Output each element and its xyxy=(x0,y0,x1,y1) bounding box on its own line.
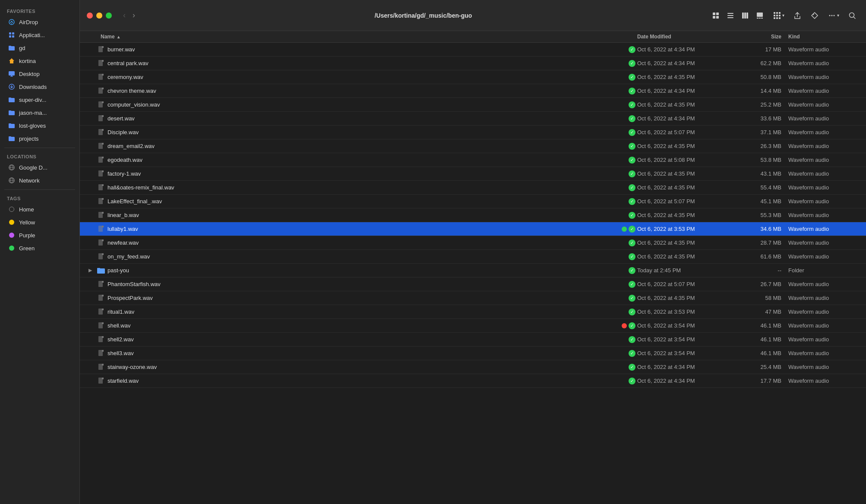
sidebar-item-applications[interactable]: Applicati... xyxy=(3,29,77,41)
file-kind: Waveform audio xyxy=(788,198,866,205)
file-list-header: Name ▲ Date Modified Size Kind xyxy=(80,31,866,43)
table-row[interactable]: LakeEffect_final_.wav✓Oct 6, 2022 at 5:0… xyxy=(80,195,866,208)
svg-rect-24 xyxy=(713,13,715,15)
applications-icon xyxy=(8,31,16,39)
sidebar-item-desktop[interactable]: Desktop xyxy=(3,68,77,80)
sync-check-icon: ✓ xyxy=(629,184,635,191)
table-row[interactable]: Disciple.wav✓Oct 6, 2022 at 5:07 PM37.1 … xyxy=(80,126,866,139)
table-row[interactable]: on_my_feed.wav✓Oct 6, 2022 at 4:35 PM61.… xyxy=(80,250,866,264)
view-columns-button[interactable] xyxy=(738,9,752,22)
wav-file-icon xyxy=(97,211,105,219)
tag-yellow-icon xyxy=(8,218,16,226)
projects-icon xyxy=(8,135,16,142)
table-row[interactable]: starfield.wav✓Oct 6, 2022 at 4:34 PM17.7… xyxy=(80,374,866,388)
sidebar-item-tag-green[interactable]: Green xyxy=(3,242,77,254)
sidebar-item-projects[interactable]: projects xyxy=(3,132,77,145)
sidebar-item-tag-yellow[interactable]: Yellow xyxy=(3,216,77,228)
file-kind: Waveform audio xyxy=(788,364,866,370)
svg-rect-17 xyxy=(9,123,11,125)
table-row[interactable]: lullaby1.wav✓Oct 6, 2022 at 3:53 PM34.6 … xyxy=(80,222,866,236)
expand-arrow[interactable]: ▶ xyxy=(88,268,95,273)
view-gallery-button[interactable] xyxy=(753,9,767,22)
table-row[interactable]: shell.wav✓Oct 6, 2022 at 3:54 PM46.1 MBW… xyxy=(80,319,866,333)
apps-button[interactable]: ▾ xyxy=(770,9,787,22)
sidebar-item-tag-home[interactable]: Home xyxy=(3,203,77,215)
main-area: ‹ › /Users/kortina/gd/_music/ben-guo xyxy=(80,0,866,504)
sidebar-item-downloads[interactable]: Downloads xyxy=(3,81,77,93)
table-row[interactable]: shell3.wav✓Oct 6, 2022 at 3:54 PM46.1 MB… xyxy=(80,346,866,360)
table-row[interactable]: linear_b.wav✓Oct 6, 2022 at 4:35 PM55.3 … xyxy=(80,208,866,222)
sidebar-divider-2 xyxy=(4,189,75,190)
svg-rect-56 xyxy=(102,60,104,62)
status-indicators: ✓ xyxy=(611,74,637,81)
col-size-header[interactable]: Size xyxy=(736,34,788,40)
more-button[interactable]: ▾ xyxy=(825,9,842,22)
sidebar-item-lost-gloves[interactable]: lost-gloves xyxy=(3,120,77,132)
file-date: Oct 6, 2022 at 5:07 PM xyxy=(637,281,736,287)
sidebar-item-kortina[interactable]: kortina xyxy=(3,55,77,67)
sidebar-item-network[interactable]: Network xyxy=(3,174,77,186)
file-kind: Waveform audio xyxy=(788,239,866,246)
table-row[interactable]: dream_email2.wav✓Oct 6, 2022 at 4:35 PM2… xyxy=(80,139,866,153)
table-row[interactable]: factory-1.wav✓Oct 6, 2022 at 4:35 PM43.1… xyxy=(80,167,866,181)
file-size: 26.3 MB xyxy=(736,143,788,149)
table-row[interactable]: ProspectPark.wav✓Oct 6, 2022 at 4:35 PM5… xyxy=(80,291,866,305)
table-row[interactable]: burner.wav✓Oct 6, 2022 at 4:34 PM17 MBWa… xyxy=(80,43,866,57)
sync-check-icon: ✓ xyxy=(629,295,635,302)
file-name: egodeath.wav xyxy=(107,157,142,163)
sidebar-item-super-div[interactable]: super-div... xyxy=(3,94,77,106)
forward-button[interactable]: › xyxy=(130,9,138,22)
wav-file-icon xyxy=(97,156,105,164)
sidebar-item-google-drive[interactable]: Google D... xyxy=(3,161,77,173)
col-kind-header[interactable]: Kind xyxy=(788,34,866,40)
file-date: Oct 6, 2022 at 4:35 PM xyxy=(637,184,736,191)
sync-check-icon: ✓ xyxy=(629,88,635,94)
svg-rect-76 xyxy=(102,198,104,200)
table-row[interactable]: ritual1.wav✓Oct 6, 2022 at 3:53 PM47 MBW… xyxy=(80,305,866,319)
svg-rect-74 xyxy=(102,184,104,186)
file-size: 34.6 MB xyxy=(736,226,788,232)
file-name: shell2.wav xyxy=(107,336,134,343)
table-row[interactable]: ceremony.wav✓Oct 6, 2022 at 4:35 PM50.8 … xyxy=(80,70,866,84)
svg-rect-72 xyxy=(102,170,104,172)
minimize-button[interactable] xyxy=(96,13,102,19)
table-row[interactable]: computer_vision.wav✓Oct 6, 2022 at 4:35 … xyxy=(80,98,866,112)
col-name-header[interactable]: Name ▲ xyxy=(80,34,637,40)
file-date: Oct 6, 2022 at 3:54 PM xyxy=(637,350,736,356)
table-row[interactable]: PhantomStarfish.wav✓Oct 6, 2022 at 5:07 … xyxy=(80,277,866,291)
table-row[interactable]: shell2.wav✓Oct 6, 2022 at 3:54 PM46.1 MB… xyxy=(80,333,866,346)
maximize-button[interactable] xyxy=(106,13,112,19)
close-button[interactable] xyxy=(87,13,93,19)
col-date-header[interactable]: Date Modified xyxy=(637,34,736,40)
wav-file-icon xyxy=(97,225,105,233)
file-kind: Waveform audio xyxy=(788,212,866,218)
sync-check-icon: ✓ xyxy=(629,115,635,122)
table-row[interactable]: chevron theme.wav✓Oct 6, 2022 at 4:34 PM… xyxy=(80,84,866,98)
search-button[interactable] xyxy=(845,9,859,22)
view-list-button[interactable] xyxy=(724,9,737,22)
table-row[interactable]: desert.wav✓Oct 6, 2022 at 4:34 PM33.6 MB… xyxy=(80,112,866,126)
sidebar-item-airdrop[interactable]: AirDrop xyxy=(3,16,77,28)
table-row[interactable]: central park.wav✓Oct 6, 2022 at 4:34 PM6… xyxy=(80,57,866,70)
status-indicators: ✓ xyxy=(611,295,637,302)
wav-file-icon xyxy=(97,73,105,81)
table-row[interactable]: hall&oates-remix_final.wav✓Oct 6, 2022 a… xyxy=(80,181,866,195)
table-row[interactable]: newfear.wav✓Oct 6, 2022 at 4:35 PM28.7 M… xyxy=(80,236,866,250)
sidebar-item-jason-ma[interactable]: jason-ma... xyxy=(3,107,77,119)
file-size: 28.7 MB xyxy=(736,239,788,246)
back-button[interactable]: ‹ xyxy=(120,9,128,22)
file-list-container[interactable]: Name ▲ Date Modified Size Kind burner.wa… xyxy=(80,31,866,504)
share-button[interactable] xyxy=(790,9,804,22)
kind-header-label: Kind xyxy=(788,34,800,40)
table-row[interactable]: ▶past-you✓Today at 2:45 PM--Folder xyxy=(80,264,866,277)
table-row[interactable]: stairway-ozone.wav✓Oct 6, 2022 at 4:34 P… xyxy=(80,360,866,374)
view-grid-button[interactable] xyxy=(709,9,723,22)
sidebar-item-gd[interactable]: gd xyxy=(3,42,77,54)
wav-file-icon xyxy=(97,101,105,109)
tag-button[interactable] xyxy=(808,9,822,22)
svg-rect-80 xyxy=(102,226,104,227)
wav-file-icon xyxy=(97,60,105,67)
svg-point-47 xyxy=(813,13,814,15)
table-row[interactable]: egodeath.wav✓Oct 6, 2022 at 5:08 PM53.8 … xyxy=(80,153,866,167)
sidebar-item-tag-purple[interactable]: Purple xyxy=(3,229,77,241)
